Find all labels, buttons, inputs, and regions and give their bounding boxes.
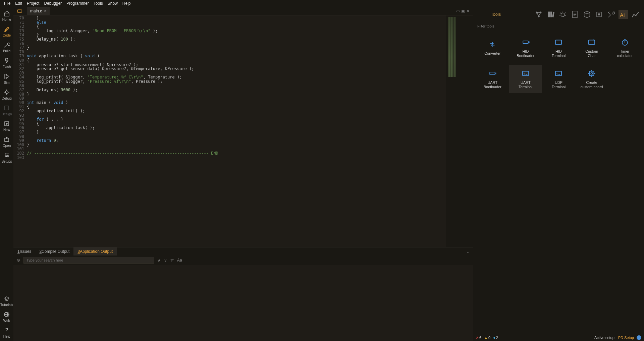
tab-close-icon[interactable]: × <box>44 9 46 13</box>
tools-header-tools-icon[interactable] <box>606 10 616 19</box>
tool-converter[interactable]: Converter <box>476 34 509 62</box>
brand-icon <box>13 7 27 15</box>
svg-rect-13 <box>548 11 550 17</box>
editor-tab-main[interactable]: main.c × <box>27 7 50 15</box>
tool-timer-calculator[interactable]: Timercalculator <box>608 34 641 62</box>
sidebar-item-home[interactable]: Home <box>0 8 13 24</box>
clear-icon[interactable]: ⊘ <box>17 258 20 263</box>
svg-rect-27 <box>555 71 561 75</box>
sidebar-item-sim[interactable]: Sim <box>0 71 13 87</box>
svg-rect-19 <box>598 13 600 15</box>
tools-header-doc-icon[interactable] <box>570 10 580 19</box>
menu-show[interactable]: Show <box>108 1 118 6</box>
svg-point-29 <box>591 72 592 74</box>
bottom-collapse-icon[interactable]: ⌄ <box>463 247 473 255</box>
svg-point-24 <box>622 40 628 45</box>
search-prev-icon[interactable]: ∧ <box>158 258 161 263</box>
tab-window-icon-1[interactable]: ▣ <box>461 9 465 13</box>
status-info[interactable]: ●2 <box>493 336 498 340</box>
sidebar-item-design[interactable]: Design <box>0 103 13 119</box>
menu-file[interactable]: File <box>4 1 10 6</box>
search-input[interactable] <box>23 257 154 264</box>
tool-hid-terminal[interactable]: HIDTerminal <box>542 34 575 62</box>
svg-rect-15 <box>552 12 554 17</box>
sidebar-item-build[interactable]: Build <box>0 40 13 56</box>
bottom-tab-issues[interactable]: 1 Issues <box>13 247 35 255</box>
info-icon[interactable]: i <box>637 335 641 340</box>
sidebar-item-code[interactable]: Code <box>0 24 13 40</box>
code-body[interactable]: } else { log_info( &logger, "Read PROM -… <box>27 15 446 247</box>
tool-uart-bootloader[interactable]: UARTBootloader <box>476 65 509 93</box>
search-next-icon[interactable]: ∨ <box>164 258 167 263</box>
svg-text:AI: AI <box>620 12 625 18</box>
code-editor[interactable]: 70 71 72 73 74 75 76 77 78 79 80 81 82 8… <box>13 15 473 247</box>
svg-rect-9 <box>17 10 22 12</box>
sidebar-item-help[interactable]: Help <box>0 325 13 341</box>
output-body <box>13 265 473 341</box>
sidebar-left: HomeCodeBuildFlashSimDebugDesignNewOpenS… <box>0 7 13 341</box>
tool-custom-char[interactable]: CustomChar <box>575 34 608 62</box>
tools-grid: ConverterHIDBootloaderHIDTerminalCustomC… <box>473 30 644 97</box>
sidebar-item-web[interactable]: Web <box>0 309 13 325</box>
tools-header-chart-icon[interactable] <box>631 10 640 19</box>
status-warnings[interactable]: ▲0 <box>484 336 490 340</box>
sidebar-item-setups[interactable]: Setups <box>0 150 13 166</box>
tools-header-ai-icon[interactable]: AI <box>619 10 628 19</box>
bottom-tab-compile-output[interactable]: 2 Compile Output <box>35 247 73 255</box>
svg-rect-0 <box>4 13 9 16</box>
svg-rect-21 <box>523 41 528 44</box>
tool-udp-terminal[interactable]: UDPTerminal <box>542 65 575 93</box>
menu-tools[interactable]: Tools <box>94 1 103 6</box>
tools-header: Tools AI <box>473 7 644 22</box>
minimap[interactable]: ████ ████████ ████ ████ ████████ ████ ██… <box>446 15 473 247</box>
svg-point-5 <box>5 154 6 155</box>
tab-window-icon-2[interactable]: ✕ <box>466 9 470 13</box>
tools-header-chip-icon[interactable] <box>594 10 604 19</box>
tab-label: main.c <box>30 9 42 13</box>
tools-header-cube-icon[interactable] <box>582 10 592 19</box>
svg-rect-26 <box>523 71 529 75</box>
tab-right-icons: ▭▣✕ <box>456 7 473 15</box>
bottom-tab-application-output[interactable]: 3 Application Output <box>73 247 117 255</box>
menu-debugger[interactable]: Debugger <box>44 1 62 6</box>
tool-hid-bootloader[interactable]: HIDBootloader <box>509 34 542 62</box>
svg-rect-23 <box>589 40 595 44</box>
svg-point-1 <box>5 91 8 94</box>
menu-edit[interactable]: Edit <box>15 1 22 6</box>
center-pane: main.c × ▭▣✕ 70 71 72 73 74 75 76 77 78 … <box>13 7 473 341</box>
tools-header-books-icon[interactable] <box>546 10 555 19</box>
sidebar-item-new[interactable]: New <box>0 119 13 134</box>
search-case-icon[interactable]: Aa <box>177 258 182 263</box>
tools-header-icons: AI <box>534 10 640 19</box>
status-errors[interactable]: ⊘6 <box>476 336 481 340</box>
active-setup-label: Active setup: <box>594 336 615 340</box>
status-bar: ⊘6 ▲0 ●2 Active setup: PD Setup i <box>473 334 644 341</box>
tool-create-custom-board[interactable]: Createcustom board <box>575 65 608 93</box>
tab-window-icon-0[interactable]: ▭ <box>456 9 460 13</box>
tools-filter-label[interactable]: Filter tools <box>473 22 644 30</box>
search-wrap-icon[interactable]: ⇄ <box>170 258 174 263</box>
menu-programmer[interactable]: Programmer <box>66 1 89 6</box>
sidebar-item-open[interactable]: Open <box>0 134 13 150</box>
output-toolbar: ⊘ ∧ ∨ ⇄ Aa <box>13 255 473 265</box>
svg-rect-25 <box>490 72 495 75</box>
line-gutter: 70 71 72 73 74 75 76 77 78 79 80 81 82 8… <box>13 15 27 247</box>
bottom-panel: 1 Issues2 Compile Output3 Application Ou… <box>13 247 473 341</box>
sidebar-item-flash[interactable]: Flash <box>0 56 13 71</box>
tools-header-share-icon[interactable] <box>534 10 543 19</box>
tab-bar: main.c × ▭▣✕ <box>13 7 473 15</box>
bottom-tabs: 1 Issues2 Compile Output3 Application Ou… <box>13 247 473 255</box>
main-area: HomeCodeBuildFlashSimDebugDesignNewOpenS… <box>0 7 644 341</box>
menu-help[interactable]: Help <box>122 1 131 6</box>
tools-header-bug-icon[interactable] <box>558 10 568 19</box>
menu-project[interactable]: Project <box>27 1 39 6</box>
menubar: FileEditProjectDebuggerProgrammerToolsSh… <box>0 0 644 7</box>
tool-uart-terminal[interactable]: UARTTerminal <box>509 65 542 93</box>
svg-rect-28 <box>590 71 594 75</box>
svg-rect-14 <box>550 11 552 17</box>
active-setup-value[interactable]: PD Setup <box>618 336 634 340</box>
svg-rect-22 <box>555 40 561 44</box>
sidebar-item-tutorials[interactable]: Tutorials <box>0 294 13 309</box>
svg-point-16 <box>561 13 565 16</box>
sidebar-item-debug[interactable]: Debug <box>0 87 13 103</box>
